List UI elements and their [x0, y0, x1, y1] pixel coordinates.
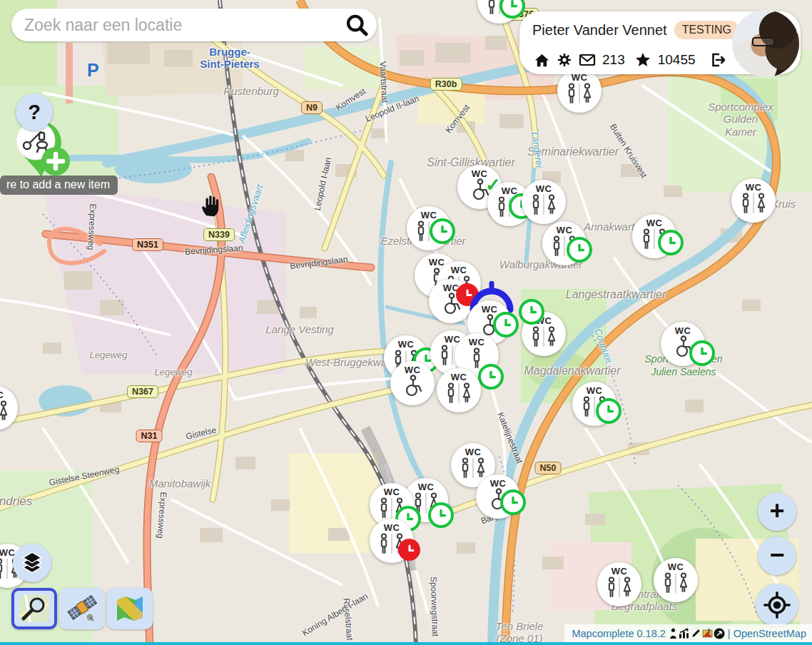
zoom-in-button[interactable]: + — [758, 492, 796, 531]
mf-toilet-icon — [444, 382, 474, 408]
opening-hours-open-badge — [493, 312, 519, 337]
add-item-tooltip: re to add a new item — [0, 176, 118, 195]
wc-marker[interactable]: WC — [476, 474, 520, 519]
background-chooser — [11, 588, 153, 629]
wc-marker-label: WC — [465, 447, 482, 457]
wc-marker[interactable]: WC — [390, 361, 435, 405]
wc-marker-label: WC — [405, 365, 421, 375]
app-version[interactable]: Mapcomplete 0.18.2 — [572, 628, 665, 639]
wc-marker[interactable]: WC — [407, 206, 451, 250]
star-icon[interactable] — [634, 51, 651, 68]
statistics-icon[interactable] — [679, 628, 690, 639]
wc-marker[interactable]: WC — [477, 0, 522, 24]
opening-hours-open-badge — [658, 230, 684, 255]
map-style-icon — [114, 594, 146, 623]
edit-icon[interactable] — [691, 628, 701, 639]
opening-hours-open-badge — [478, 364, 504, 390]
bottom-accent-bar — [0, 642, 812, 645]
wc-marker[interactable]: WC — [572, 382, 616, 426]
wc-marker-label: WC — [469, 337, 485, 347]
wc-marker-label: WC — [384, 523, 400, 532]
background-option-satellite[interactable] — [59, 588, 105, 629]
wc-marker-label: WC — [0, 390, 4, 400]
user-name[interactable]: Pieter Vander Vennet — [532, 22, 667, 39]
avatar[interactable] — [732, 10, 799, 77]
mf-toilet-icon — [604, 576, 634, 602]
wc-marker[interactable]: WC — [437, 368, 481, 412]
background-option-osm[interactable] — [11, 588, 57, 629]
opening-hours-open-badge — [428, 502, 454, 528]
zoom-in-label: + — [769, 498, 784, 524]
mapcomplete-app: Brugge- Sint-PietersRustenburgSint-Gilli… — [0, 0, 812, 645]
wc-marker-label: WC — [668, 562, 684, 572]
wc-marker-label: WC — [611, 567, 628, 576]
mf-toilet-icon — [529, 325, 559, 352]
opening-hours-closed-badge — [398, 539, 420, 561]
mapcomplete-logo-icon[interactable] — [702, 628, 713, 639]
geolocate-icon — [763, 591, 791, 619]
mf-toilet-icon — [0, 400, 11, 426]
attribution-separator: | — [728, 628, 731, 639]
wc-marker-label: WC — [0, 548, 15, 557]
environment-badge: TESTING — [674, 21, 739, 39]
osm-carto-icon — [19, 594, 50, 623]
search-bar[interactable] — [11, 9, 377, 41]
search-icon[interactable] — [344, 13, 368, 37]
messages-icon[interactable] — [579, 51, 596, 68]
osm-attribution-link[interactable]: OpenStreetMap — [734, 628, 806, 639]
gear-icon[interactable] — [557, 52, 572, 68]
opening-hours-open-badge — [689, 340, 715, 366]
satellite-icon — [66, 594, 98, 623]
layers-button[interactable] — [13, 544, 51, 582]
wc-marker[interactable]: WC — [597, 562, 641, 606]
wc-marker[interactable]: WC — [0, 386, 18, 430]
wc-marker-label: WC — [451, 372, 467, 382]
contributor-icon[interactable] — [669, 628, 678, 639]
mf-toilet-icon — [739, 192, 768, 218]
wc-marker-label: WC — [675, 326, 691, 335]
logout-icon[interactable] — [709, 51, 726, 68]
wc-marker-label: WC — [746, 183, 762, 192]
wc-marker[interactable]: WC — [542, 221, 587, 265]
wc-marker-label: WC — [429, 258, 445, 267]
license-icon[interactable] — [714, 628, 725, 639]
wc-marker[interactable]: WC — [522, 180, 566, 224]
wc-marker[interactable]: WC — [654, 558, 698, 602]
stars-count[interactable]: 10455 — [658, 52, 696, 68]
opening-hours-open-badge — [596, 398, 621, 424]
hand-cursor-icon — [200, 191, 224, 218]
zoom-out-button[interactable]: − — [758, 537, 796, 575]
wc-marker-label: WC — [557, 225, 573, 235]
wc-marker-label: WC — [384, 487, 400, 497]
layers-icon — [21, 552, 43, 574]
geolocate-button[interactable] — [756, 584, 798, 626]
opening-hours-open-badge — [430, 218, 455, 244]
wc-marker-label: WC — [482, 305, 498, 314]
opening-hours-open-badge — [519, 299, 544, 325]
wc-marker[interactable]: WC — [661, 322, 705, 366]
wc-marker[interactable]: WC — [522, 312, 566, 356]
zoom-out-label: − — [769, 542, 784, 568]
wc-marker-label: WC — [587, 386, 603, 395]
mf-toilet-icon — [564, 82, 594, 108]
wc-marker-label: WC — [418, 482, 435, 492]
help-button-label: ? — [28, 101, 41, 124]
attribution-bar: Mapcomplete 0.18.2 | OpenStreet — [564, 624, 812, 642]
wc-marker-label: WC — [421, 210, 437, 220]
wc-marker-label: WC — [490, 479, 507, 488]
poi-marker-layer: WCWCWCWCWC✓WCWCWCWCWCWCWCWCWCWCWCWCWCWCW… — [0, 0, 812, 645]
wc-marker[interactable]: WC — [370, 519, 414, 563]
opening-hours-open-badge — [500, 489, 526, 515]
wc-marker[interactable]: WC — [557, 68, 602, 113]
help-button[interactable]: ? — [16, 93, 53, 131]
background-option-map[interactable] — [107, 588, 153, 629]
wc-marker[interactable]: WC — [731, 178, 776, 223]
search-input[interactable] — [11, 16, 344, 35]
mf-toilet-icon — [661, 572, 691, 598]
wc-marker[interactable]: WC — [632, 214, 676, 258]
wc-marker-label: WC — [451, 265, 467, 275]
messages-count[interactable]: 213 — [602, 52, 625, 68]
home-icon[interactable] — [534, 52, 550, 68]
wheelchair-toilet-icon — [400, 375, 425, 400]
wc-marker-label: WC — [398, 340, 415, 349]
